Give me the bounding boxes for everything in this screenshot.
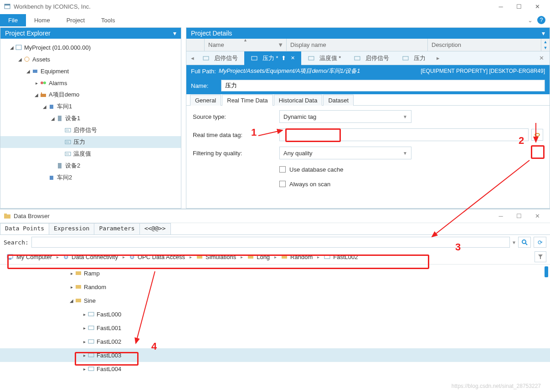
tab-up-icon[interactable]: ⬆ [281,55,286,61]
minimize-button[interactable]: ─ [492,0,510,13]
maximize-button[interactable]: ☐ [510,0,528,13]
search-button[interactable] [518,237,531,248]
bc-simulations[interactable]: Simulations [194,253,239,261]
db-maximize-button[interactable]: ☐ [510,210,528,223]
db-entry-sine[interactable]: ◢Sine [0,294,550,307]
db-entry-ramp[interactable]: ▸Ramp [0,266,550,280]
db-entry-fastl002[interactable]: ▸FastL002 [0,335,550,348]
db-tab-at[interactable]: <<@@>> [139,223,171,234]
tab-close-icon[interactable]: ✕ [291,55,295,61]
tree-workshop1[interactable]: ◢ 车间1 [0,101,181,112]
panel-collapse-icon[interactable]: ▾ [173,30,176,37]
tree-project[interactable]: ◢ MyProject (01.00.000.00) [0,41,181,53]
svg-rect-9 [50,105,53,109]
tree-equipment[interactable]: ◢ Equipment [0,65,181,77]
filter-icon[interactable]: ▼ [278,41,283,48]
svg-rect-42 [88,353,94,357]
tree-pressure[interactable]: 01 压力 [0,136,181,148]
menu-home[interactable]: Home [26,14,58,26]
ribbon-collapse-icon[interactable]: ⌄ [528,17,533,24]
scroll-down-icon[interactable]: ▼ [544,46,548,50]
db-entry-fastl004[interactable]: ▸FastL004 [0,362,550,376]
help-icon[interactable]: ? [537,16,545,24]
tree-assets[interactable]: ◢ Assets [0,53,181,65]
filter-quality-dropdown[interactable]: Any quality ▼ [279,147,411,159]
filter-button[interactable] [535,251,546,262]
tree-device2[interactable]: 设备2 [0,160,181,172]
folder-icon [75,270,82,277]
db-minimize-button[interactable]: ─ [492,210,510,223]
menu-project[interactable]: Project [58,14,93,26]
title-bar: Workbench by ICONICS, Inc. ─ ☐ ✕ [0,0,550,13]
alarms-icon [40,79,47,87]
svg-point-5 [41,81,43,84]
db-entry-fastl005[interactable]: ▸FastL005 [0,376,550,380]
context-bar: Full Path: MyProject/Assets/Equipment/A项… [186,65,550,77]
tag-icon: 01 [64,150,72,158]
project-details-header: Project Details ▾ [186,28,550,39]
col-description[interactable]: Description [428,39,541,51]
name-input[interactable] [221,80,545,92]
svg-rect-26 [4,214,7,215]
db-entry-random[interactable]: ▸Random [0,280,550,294]
tree-temperature[interactable]: 01 温度值 [0,148,181,160]
menu-tools[interactable]: Tools [93,14,123,26]
bc-opc-data-access[interactable]: ⚙OPC Data Access [127,253,188,261]
bc-data-connectivity[interactable]: ⚙Data Connectivity [61,253,121,261]
use-cache-checkbox[interactable] [279,166,286,173]
scroll-up-icon[interactable]: ▲ [544,40,548,44]
search-dropdown-icon[interactable]: ▼ [513,240,515,245]
ptab-historical-data[interactable]: Historical Data [274,95,323,106]
bc-fastl002[interactable]: FastL002 [321,253,360,261]
annotation-num-3: 3 [455,241,461,253]
tab-signal-1[interactable]: 启停信号 [196,51,244,65]
panel-collapse-icon[interactable]: ▾ [542,30,545,37]
db-close-button[interactable]: ✕ [528,210,546,223]
ptab-dataset[interactable]: Dataset [323,95,354,106]
scrollbar-thumb[interactable] [545,266,548,277]
app-title: Workbench by ICONICS, Inc. [14,3,492,10]
tab-pressure-active[interactable]: 压力 * ⬆ ✕ [244,51,301,65]
tree-workshop2[interactable]: 车间2 [0,172,181,183]
svg-rect-38 [76,299,81,302]
tree-signal[interactable]: 01 启停信号 [0,124,181,136]
close-button[interactable]: ✕ [528,0,546,13]
svg-rect-32 [248,255,253,259]
device-icon [56,162,63,169]
db-entry-fastl001[interactable]: ▸FastL001 [0,321,550,335]
db-entry-fastl000[interactable]: ▸FastL000 [0,307,550,321]
ptab-general[interactable]: General [190,95,221,106]
project-details-title: Project Details [191,30,232,37]
refresh-button[interactable]: ⟳ [534,237,546,248]
label-use-cache: Use database cache [289,166,344,173]
tabs-close-all-icon[interactable]: ✕ [536,55,547,61]
db-tab-data-points[interactable]: Data Points [0,223,49,234]
col-name[interactable]: ▲Name▼ [205,39,287,51]
always-scan-checkbox[interactable] [279,181,286,187]
tab-temperature[interactable]: 温度值 * [301,51,348,65]
tabs-prev-icon[interactable]: ◂ [189,55,196,61]
db-entry-fastl003[interactable]: ▸FastL003 [0,348,550,362]
col-display-name[interactable]: Display name [287,39,428,51]
tab-pressure-2[interactable]: 压力 [396,51,432,65]
tag-browse-button[interactable] [531,129,543,141]
tabs-next-icon[interactable]: ▸ [435,55,442,61]
tag-icon [354,55,361,62]
bc-long[interactable]: Long [245,253,272,261]
tab-signal-2[interactable]: 启停信号 [347,51,396,65]
ptab-real-time-data[interactable]: Real Time Data [222,95,273,106]
source-type-dropdown[interactable]: Dynamic tag ▼ [279,110,411,123]
db-tab-expression[interactable]: Expression [49,223,94,234]
svg-text:01: 01 [66,129,69,132]
menu-file[interactable]: File [0,14,26,26]
tree-device1[interactable]: ◢ 设备1 [0,112,181,124]
search-input[interactable] [31,237,510,248]
rtd-tag-input[interactable] [279,128,529,141]
tree-alarms[interactable]: ▸ Alarms [0,77,181,89]
db-tab-parameters[interactable]: Parameters [94,223,139,234]
svg-rect-30 [9,259,11,260]
bc-random[interactable]: Random [278,253,315,261]
bc-my-computer[interactable]: My Computer [4,253,55,261]
project-explorer-tree: ◢ MyProject (01.00.000.00) ◢ Assets ◢ Eq… [0,39,181,208]
tree-demo[interactable]: ◢ A项目demo [0,89,181,101]
